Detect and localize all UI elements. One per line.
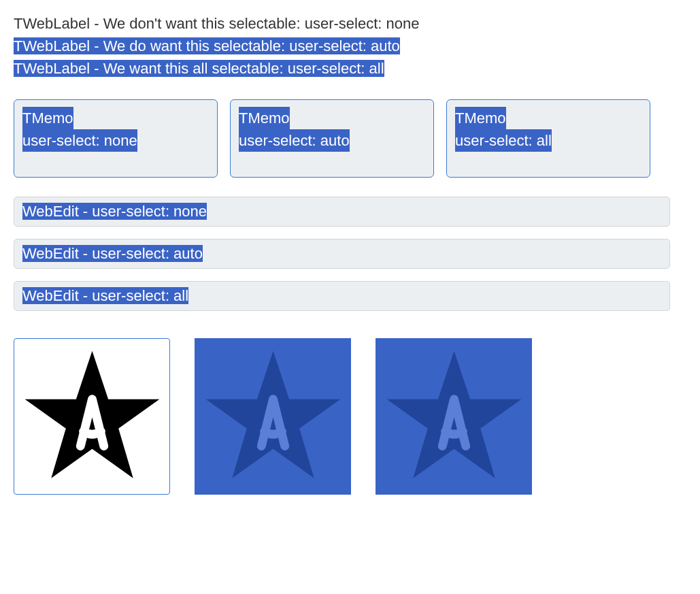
label-user-select-auto[interactable]: TWebLabel - We do want this selectable: … xyxy=(14,36,686,57)
memo-user-select-none[interactable]: TMemo user-select: none xyxy=(14,99,218,178)
webedit-user-select-auto[interactable]: WebEdit - user-select: auto xyxy=(14,239,670,269)
memo-line: TMemo xyxy=(22,107,73,129)
webedit-user-select-none[interactable]: WebEdit - user-select: none xyxy=(14,197,670,227)
label-user-select-none: TWebLabel - We don't want this selectabl… xyxy=(14,14,686,35)
image-user-select-auto[interactable] xyxy=(195,338,351,495)
memo-line: TMemo xyxy=(455,107,506,129)
memo-user-select-auto[interactable]: TMemo user-select: auto xyxy=(230,99,434,178)
star-letter-a-icon xyxy=(381,344,527,490)
image-user-select-all[interactable] xyxy=(376,338,532,495)
memo-user-select-all[interactable]: TMemo user-select: all xyxy=(446,99,650,178)
star-letter-a-icon xyxy=(200,344,346,490)
memo-line: user-select: auto xyxy=(239,129,350,152)
image-user-select-none xyxy=(14,338,170,495)
webedit-user-select-all[interactable]: WebEdit - user-select: all xyxy=(14,281,670,311)
memo-line: user-select: none xyxy=(22,129,137,152)
label-user-select-all[interactable]: TWebLabel - We want this all selectable:… xyxy=(14,59,686,80)
memo-line: TMemo xyxy=(239,107,290,129)
star-letter-a-icon xyxy=(19,344,165,490)
memo-line: user-select: all xyxy=(455,129,552,152)
